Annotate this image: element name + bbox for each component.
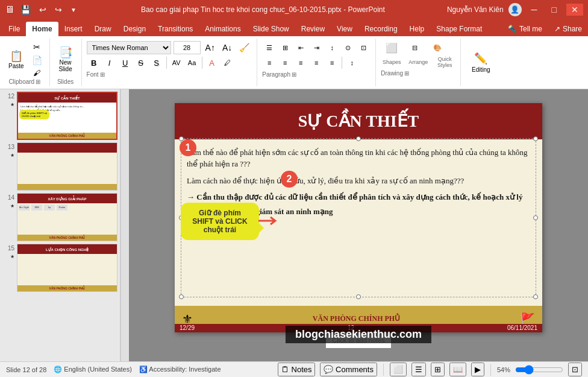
- save-button[interactable]: 💾: [18, 4, 33, 16]
- bold-button[interactable]: B: [87, 56, 101, 69]
- slide-num-12: 12: [2, 92, 14, 100]
- slide-panel[interactable]: 12 ★ SỰ CẦN THIẾT Làm thế nào để phát hi…: [0, 89, 120, 361]
- slide-image-12[interactable]: SỰ CẦN THIẾT Làm thế nào để phát hiện sớ…: [17, 92, 117, 140]
- italic-button[interactable]: I: [102, 56, 117, 69]
- font-color-button[interactable]: A: [205, 56, 219, 69]
- handle-mr[interactable]: [533, 215, 538, 220]
- text-direction-button[interactable]: ↕: [325, 41, 339, 54]
- zoom-slider[interactable]: [515, 365, 563, 375]
- paragraph-row2: ≡ ≡ ≡ ≡ ≡ ↕: [262, 56, 371, 69]
- drawing-expand-icon[interactable]: ⊞: [404, 70, 409, 77]
- status-bar: Slide 12 of 28 🌐 English (United States)…: [0, 361, 588, 377]
- font-size-increase-button[interactable]: A↑: [203, 42, 217, 54]
- handle-bm[interactable]: [356, 294, 361, 299]
- tab-draw[interactable]: Draw: [89, 22, 117, 36]
- slideshow-button[interactable]: ▶: [471, 363, 484, 376]
- bullets-button[interactable]: ☰: [262, 41, 277, 54]
- accessibility-status[interactable]: ♿ Accessibility: Investigate: [139, 366, 221, 373]
- copy-button[interactable]: 📄: [30, 54, 45, 66]
- shadow-button[interactable]: S: [149, 56, 164, 69]
- tab-file[interactable]: File: [2, 22, 26, 36]
- tell-me-button[interactable]: 🔦 Tell me: [502, 22, 548, 36]
- tab-recording[interactable]: Recording: [358, 22, 404, 36]
- app-icon: 🖥: [5, 4, 14, 15]
- clear-formatting-button[interactable]: 🧹: [237, 42, 252, 54]
- reading-view-button[interactable]: 📖: [449, 363, 466, 376]
- tab-slideshow[interactable]: Slide Show: [247, 22, 295, 36]
- title-bar: 🖥 💾 ↩ ↪ ▼ Bao cao giai phap Tin hoc tre …: [0, 0, 588, 19]
- zoom-fit-button[interactable]: ⊡: [568, 363, 582, 376]
- normal-view-button[interactable]: ⬜: [390, 363, 407, 376]
- tab-view[interactable]: View: [331, 22, 358, 36]
- justify-button[interactable]: ≡: [309, 56, 324, 69]
- convert-to-smartart-button[interactable]: ⊙: [340, 41, 355, 54]
- handle-tr[interactable]: [533, 136, 538, 141]
- slide-canvas[interactable]: SỰ CẦN THIẾT Làm thế nào để phát hiện sớ…: [175, 103, 542, 332]
- slide-thumbnail-14[interactable]: 14 ★ XÂY DỰNG GIẢI PHÁP Arc Sight IBM hp…: [2, 193, 117, 241]
- paste-button[interactable]: 📋 Paste: [5, 48, 28, 72]
- font-size-decrease-button[interactable]: A↓: [220, 42, 234, 54]
- slide-thumbnail-12[interactable]: 12 ★ SỰ CẦN THIẾT Làm thế nào để phát hi…: [2, 92, 117, 140]
- share-button[interactable]: ↗ Share: [548, 22, 588, 36]
- align-right-button[interactable]: ≡: [293, 56, 308, 69]
- annotation-arrow: [258, 215, 280, 227]
- font-family-select[interactable]: Times New Roman: [87, 41, 171, 54]
- tab-transitions[interactable]: Transitions: [152, 22, 199, 36]
- shapes-button[interactable]: ⬜: [381, 41, 402, 54]
- align-justify-button[interactable]: ≡: [325, 56, 339, 69]
- columns-button[interactable]: ⊡: [356, 41, 371, 54]
- underline-button[interactable]: U: [118, 56, 133, 69]
- tab-animations[interactable]: Animations: [199, 22, 246, 36]
- panel-scrollbar[interactable]: [120, 89, 129, 361]
- slide-image-14[interactable]: XÂY DỰNG GIẢI PHÁP Arc Sight IBM hp Rada…: [17, 193, 117, 241]
- font-format-row: B I U S S AV Aa A 🖊: [87, 56, 252, 69]
- arrange-button[interactable]: ⊟: [404, 41, 425, 54]
- slide-thumbnail-13[interactable]: 13 ★: [2, 142, 117, 191]
- tab-review[interactable]: Review: [295, 22, 331, 36]
- slide-sorter-button[interactable]: ⊞: [431, 363, 445, 376]
- tab-help[interactable]: Help: [404, 22, 431, 36]
- comments-button[interactable]: 💬 Comments: [320, 363, 377, 376]
- undo-button[interactable]: ↩: [37, 4, 49, 16]
- char-spacing-button[interactable]: AV: [169, 56, 184, 69]
- new-slide-button[interactable]: 📑 New Slide: [55, 45, 77, 75]
- strikethrough-button[interactable]: S: [134, 56, 148, 69]
- slide-thumbnail-15[interactable]: 15 ★ LỰA CHỌN CÔNG NGHỆ VĂN PHÒNG CHÍNH …: [2, 244, 117, 292]
- numbering-button[interactable]: ⊞: [278, 41, 292, 54]
- outline-view-button[interactable]: ☰: [411, 363, 426, 376]
- align-center-button[interactable]: ≡: [278, 56, 292, 69]
- line-spacing-button[interactable]: ↕: [345, 56, 359, 69]
- text-highlight-button[interactable]: 🖊: [220, 56, 235, 69]
- slide-image-15[interactable]: LỰA CHỌN CÔNG NGHỆ VĂN PHÒNG CHÍNH PHỦ: [17, 244, 117, 292]
- maximize-button[interactable]: □: [547, 4, 561, 16]
- handle-bl[interactable]: [179, 294, 184, 299]
- decrease-indent-button[interactable]: ⇤: [293, 41, 308, 54]
- minimize-button[interactable]: ─: [527, 4, 542, 16]
- language-indicator[interactable]: 🌐 English (United States): [54, 366, 132, 373]
- increase-indent-button[interactable]: ⇥: [309, 41, 324, 54]
- font-expand-icon[interactable]: ⊞: [100, 71, 105, 78]
- tab-home[interactable]: Home: [26, 22, 58, 36]
- close-button[interactable]: ✕: [566, 4, 583, 16]
- notes-button[interactable]: 🗒 Notes: [278, 363, 316, 376]
- editing-button[interactable]: ✏️ Editing: [466, 49, 496, 75]
- paragraph-expand-icon[interactable]: ⊞: [292, 71, 296, 78]
- cut-button[interactable]: ✂: [30, 41, 45, 53]
- customize-qat-button[interactable]: ▼: [68, 5, 79, 14]
- main-area: 12 ★ SỰ CẦN THIẾT Làm thế nào để phát hi…: [0, 89, 588, 361]
- handle-br[interactable]: [533, 294, 538, 299]
- tab-design[interactable]: Design: [117, 22, 152, 36]
- tab-insert[interactable]: Insert: [58, 22, 89, 36]
- handle-tm[interactable]: [356, 136, 361, 141]
- change-case-button[interactable]: Aa: [185, 56, 199, 69]
- redo-button[interactable]: ↪: [52, 4, 64, 16]
- font-size-input[interactable]: [174, 41, 201, 54]
- align-left-button[interactable]: ≡: [262, 56, 277, 69]
- format-painter-button[interactable]: 🖌: [30, 68, 45, 78]
- slide-image-13[interactable]: [17, 142, 117, 191]
- title-bar-left: 🖥 💾 ↩ ↪ ▼: [5, 4, 79, 16]
- tab-shape-format[interactable]: Shape Format: [430, 22, 488, 36]
- quick-styles-button[interactable]: 🎨: [427, 41, 448, 54]
- editing-section: ✏️ Editing: [461, 39, 501, 86]
- clipboard-expand-icon[interactable]: ⊞: [36, 78, 40, 85]
